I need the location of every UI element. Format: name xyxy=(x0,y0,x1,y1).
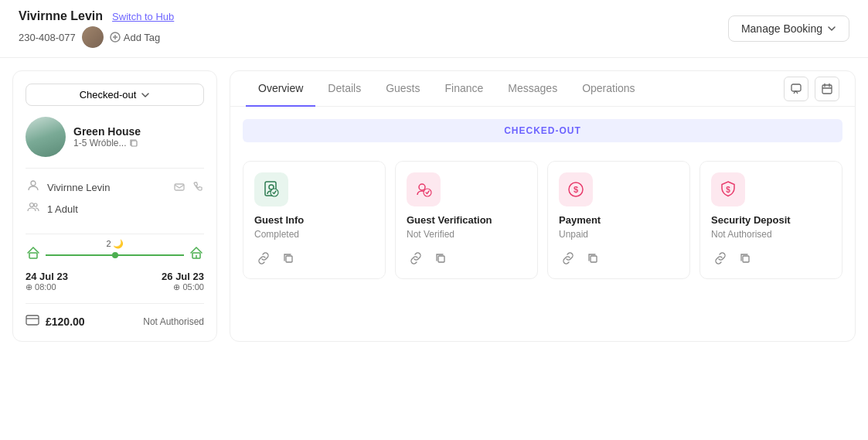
tab-operations[interactable]: Operations xyxy=(570,71,647,107)
property-name: Green House xyxy=(73,125,204,138)
security-deposit-actions xyxy=(711,249,831,268)
guest-info-icon xyxy=(261,179,281,200)
header-left: Vivirnne Levin Switch to Hub 230-408-077 xyxy=(19,9,174,48)
guest-verification-actions xyxy=(407,249,526,268)
payment-status: Unpaid xyxy=(559,229,679,240)
guest-info-card: Guest Info Completed xyxy=(243,161,386,279)
manage-booking-button[interactable]: Manage Booking xyxy=(728,15,849,42)
guest-verification-title: Guest Verification xyxy=(407,214,526,226)
tab-overview[interactable]: Overview xyxy=(246,71,315,107)
tabs-header: Overview Details Guests Finance Messages… xyxy=(230,71,855,107)
payment-actions xyxy=(559,249,679,268)
phone-icon[interactable] xyxy=(192,181,204,193)
payment-card-icon xyxy=(26,315,39,329)
guest-info-status: Completed xyxy=(254,229,374,240)
status-dropdown[interactable]: Checked-out xyxy=(26,84,204,106)
guest-info-actions xyxy=(254,249,374,268)
security-deposit-title: Security Deposit xyxy=(711,214,831,226)
svg-rect-12 xyxy=(791,84,801,91)
tab-details[interactable]: Details xyxy=(315,71,373,107)
tab-messages[interactable]: Messages xyxy=(495,71,570,107)
svg-rect-28 xyxy=(591,256,597,262)
checkin-date: 24 Jul 23 ⊕ 08:00 xyxy=(26,271,68,292)
guest-name-block: Vivirnne Levin Switch to Hub 230-408-077 xyxy=(19,9,174,48)
right-panel: Overview Details Guests Finance Messages… xyxy=(230,70,856,342)
header: Vivirnne Levin Switch to Hub 230-408-077 xyxy=(0,0,868,58)
date-section: 2 🌙 24 Jul 23 ⊕ 08:00 26 Jul 23 xyxy=(26,245,204,304)
svg-point-6 xyxy=(30,203,34,207)
chevron-down-icon xyxy=(827,24,836,33)
tab-guests[interactable]: Guests xyxy=(373,71,432,107)
guest-info-link-icon[interactable] xyxy=(254,249,273,268)
svg-point-22 xyxy=(419,184,425,190)
payment-card: $ Payment Unpaid xyxy=(547,161,690,279)
checkin-house-icon xyxy=(26,245,41,264)
svg-rect-8 xyxy=(29,253,37,258)
finance-amount: £120.00 xyxy=(46,316,85,328)
date-row: 24 Jul 23 ⊕ 08:00 26 Jul 23 ⊕ 05:00 xyxy=(26,271,204,292)
security-deposit-status: Not Authorised xyxy=(711,229,831,240)
date-timeline: 2 🌙 xyxy=(26,245,204,264)
avatar-image xyxy=(82,26,104,48)
svg-rect-10 xyxy=(26,316,39,325)
guest-verification-link-icon[interactable] xyxy=(407,249,425,268)
payment-icon: $ xyxy=(566,179,586,200)
calendar-icon xyxy=(821,83,833,95)
svg-rect-5 xyxy=(175,184,184,190)
security-deposit-icon: $ xyxy=(718,179,738,200)
payment-icon-wrap: $ xyxy=(559,172,593,206)
guest-info-title: Guest Info xyxy=(254,214,374,226)
app-container: Vivirnne Levin Switch to Hub 230-408-077 xyxy=(0,0,868,440)
guest-name: Vivirnne Levin xyxy=(19,9,103,23)
guest-verification-icon xyxy=(414,179,434,200)
guest-info-copy-icon[interactable] xyxy=(279,249,298,268)
svg-text:$: $ xyxy=(726,186,730,194)
property-thumbnail xyxy=(26,117,66,157)
status-chevron-icon xyxy=(141,90,150,100)
security-deposit-copy-icon[interactable] xyxy=(736,249,754,268)
switch-hub-link[interactable]: Switch to Hub xyxy=(112,11,174,22)
svg-rect-3 xyxy=(131,141,137,146)
chat-button[interactable] xyxy=(784,77,808,101)
person-icon xyxy=(26,179,41,195)
guest-verification-status: Not Verified xyxy=(407,229,526,240)
property-thumbnail-image xyxy=(26,117,66,157)
chat-icon xyxy=(790,83,802,95)
guest-count-row: 1 Adult xyxy=(26,201,204,217)
calendar-button[interactable] xyxy=(815,77,839,101)
guest-verification-icon-wrap xyxy=(407,172,441,206)
main-content: Checked-out Green House 1-5 Wróble... xyxy=(0,58,868,354)
add-tag-button[interactable]: Add Tag xyxy=(110,32,160,43)
security-deposit-link-icon[interactable] xyxy=(711,249,730,268)
checked-out-banner: CHECKED-OUT xyxy=(243,119,842,142)
payment-title: Payment xyxy=(559,214,679,226)
checkout-date: 26 Jul 23 ⊕ 05:00 xyxy=(162,271,204,292)
finance-row: £120.00 Not Authorised xyxy=(26,315,204,329)
email-icon[interactable] xyxy=(173,181,186,193)
guest-name-row: Vivirnne Levin xyxy=(26,179,204,195)
payment-copy-icon[interactable] xyxy=(584,249,602,268)
guest-verification-copy-icon[interactable] xyxy=(431,249,450,268)
property-row: Green House 1-5 Wróble... xyxy=(26,117,204,169)
svg-text:$: $ xyxy=(574,185,578,194)
copy-icon[interactable] xyxy=(129,138,138,148)
svg-rect-25 xyxy=(438,256,444,262)
guest-verification-card: Guest Verification Not Verified xyxy=(395,161,538,279)
guest-name-label: Vivirnne Levin xyxy=(47,182,167,193)
tab-finance[interactable]: Finance xyxy=(433,71,496,107)
finance-status: Not Authorised xyxy=(143,316,204,327)
plus-circle-icon xyxy=(110,32,121,43)
svg-point-7 xyxy=(34,203,37,206)
guests-icon xyxy=(26,201,41,217)
svg-rect-30 xyxy=(743,256,749,262)
avatar xyxy=(82,26,104,48)
adult-count-label: 1 Adult xyxy=(47,203,204,215)
svg-point-4 xyxy=(31,181,36,186)
security-deposit-card: $ Security Deposit Not Authorised xyxy=(700,161,842,279)
svg-rect-21 xyxy=(286,256,292,262)
payment-link-icon[interactable] xyxy=(559,249,577,268)
guest-details: Vivirnne Levin 1 Adult xyxy=(26,179,204,234)
cards-grid: Guest Info Completed xyxy=(230,155,855,292)
checkout-house-icon xyxy=(189,245,204,264)
guest-contact-actions xyxy=(173,181,204,193)
